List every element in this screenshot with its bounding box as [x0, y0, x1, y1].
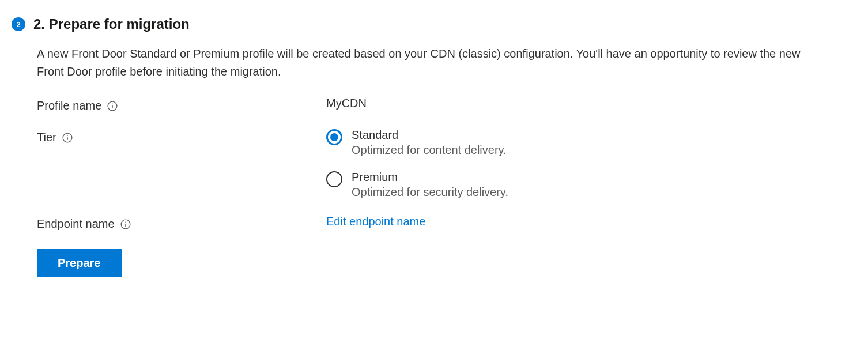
- tier-standard-desc: Optimized for content delivery.: [352, 144, 507, 157]
- endpoint-name-row: Endpoint name Edit endpoint name: [37, 215, 830, 231]
- svg-point-8: [125, 221, 126, 223]
- tier-option-standard[interactable]: Standard Optimized for content delivery.: [326, 129, 830, 157]
- info-icon[interactable]: [107, 101, 118, 111]
- info-icon[interactable]: [62, 133, 73, 143]
- prepare-button[interactable]: Prepare: [37, 249, 122, 277]
- tier-standard-label: Standard: [352, 129, 507, 142]
- info-icon[interactable]: [120, 219, 131, 229]
- endpoint-name-label: Endpoint name: [37, 217, 115, 231]
- radio-icon: [326, 129, 342, 145]
- tier-option-premium[interactable]: Premium Optimized for security delivery.: [326, 171, 830, 199]
- edit-endpoint-name-link[interactable]: Edit endpoint name: [326, 215, 425, 228]
- step-title: 2. Prepare for migration: [33, 16, 190, 32]
- tier-row: Tier Standard Optimized for content deli…: [37, 129, 830, 199]
- svg-point-5: [67, 135, 68, 136]
- step-header: 2 2. Prepare for migration: [12, 16, 856, 32]
- profile-name-label: Profile name: [37, 99, 101, 112]
- step-number-badge: 2: [12, 17, 25, 31]
- tier-label: Tier: [37, 131, 56, 144]
- profile-name-value: MyCDN: [326, 97, 367, 110]
- svg-point-2: [112, 103, 113, 104]
- tier-radio-group: Standard Optimized for content delivery.…: [326, 129, 830, 199]
- radio-icon: [326, 171, 342, 187]
- profile-name-row: Profile name MyCDN: [37, 97, 830, 112]
- tier-premium-desc: Optimized for security delivery.: [352, 186, 508, 199]
- step-description: A new Front Door Standard or Premium pro…: [37, 45, 830, 81]
- tier-premium-label: Premium: [352, 171, 508, 184]
